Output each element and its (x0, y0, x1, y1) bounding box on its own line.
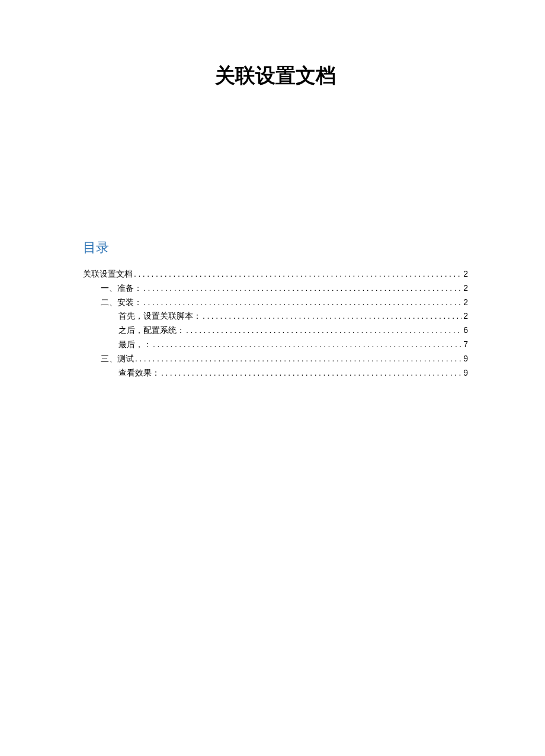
toc-entry[interactable]: 查看效果： 9 (83, 366, 468, 380)
toc-entry-label: 关联设置文档 (83, 267, 133, 281)
toc-entry[interactable]: 关联设置文档 2 (83, 267, 468, 281)
toc-entry-page: 9 (463, 366, 468, 380)
toc-leader-dots (161, 366, 462, 380)
toc-entry-page: 2 (463, 281, 468, 296)
toc-leader-dots (143, 281, 462, 296)
toc-leader-dots (135, 352, 462, 366)
toc-entry[interactable]: 最后，： 7 (83, 338, 468, 352)
toc-entry-page: 2 (463, 267, 468, 281)
toc-entry-page: 7 (463, 338, 468, 352)
document-title: 关联设置文档 (83, 62, 468, 89)
toc-entry-label: 首先，设置关联脚本： (118, 309, 201, 323)
toc-entry-label: 最后，： (118, 338, 152, 352)
toc-entry-label: 三、测试 (101, 352, 134, 366)
toc-entry-page: 2 (463, 309, 468, 323)
toc-leader-dots (203, 309, 462, 323)
toc-heading: 目录 (83, 239, 468, 257)
toc-leader-dots (143, 296, 462, 310)
toc-entry[interactable]: 二、安装： 2 (83, 296, 468, 310)
toc-leader-dots (186, 323, 462, 338)
toc-entry[interactable]: 首先，设置关联脚本： 2 (83, 309, 468, 323)
toc-entry[interactable]: 一、准备： 2 (83, 281, 468, 296)
toc-entry[interactable]: 三、测试 9 (83, 352, 468, 366)
toc-entry-page: 6 (463, 323, 468, 338)
toc-entry-label: 之后，配置系统： (118, 323, 185, 338)
toc-leader-dots (153, 338, 462, 352)
toc-entry-label: 二、安装： (101, 296, 142, 310)
toc-entry-label: 一、准备： (101, 281, 142, 296)
toc-entry-label: 查看效果： (118, 366, 160, 380)
table-of-contents: 关联设置文档 2 一、准备： 2 二、安装： 2 首先，设置关联脚本： 2 之后… (83, 267, 468, 380)
toc-entry[interactable]: 之后，配置系统： 6 (83, 323, 468, 338)
toc-entry-page: 2 (463, 296, 468, 310)
toc-entry-page: 9 (463, 352, 468, 366)
toc-leader-dots (134, 267, 462, 281)
